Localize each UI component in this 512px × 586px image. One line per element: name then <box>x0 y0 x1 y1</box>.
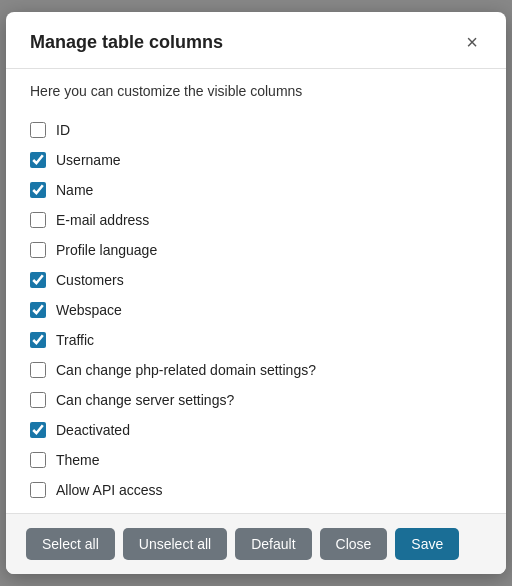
checkbox-col-profile-lang[interactable] <box>30 242 46 258</box>
checkbox-item-col-customers[interactable]: Customers <box>30 265 482 295</box>
checkbox-label-col-username: Username <box>56 152 121 168</box>
checkbox-label-col-deactivated: Deactivated <box>56 422 130 438</box>
default-button[interactable]: Default <box>235 528 311 560</box>
modal-description: Here you can customize the visible colum… <box>6 69 506 107</box>
checkbox-item-col-deactivated[interactable]: Deactivated <box>30 415 482 445</box>
close-button[interactable]: Close <box>320 528 388 560</box>
checkbox-label-col-id: ID <box>56 122 70 138</box>
select-all-button[interactable]: Select all <box>26 528 115 560</box>
save-button[interactable]: Save <box>395 528 459 560</box>
checkbox-item-col-username[interactable]: Username <box>30 145 482 175</box>
modal-overlay: Manage table columns × Here you can cust… <box>0 0 512 586</box>
checkbox-label-col-customers: Customers <box>56 272 124 288</box>
checkbox-label-col-email: E-mail address <box>56 212 149 228</box>
checkbox-item-col-webspace[interactable]: Webspace <box>30 295 482 325</box>
checkbox-col-id[interactable] <box>30 122 46 138</box>
close-icon-button[interactable]: × <box>462 30 482 54</box>
checkbox-item-col-php[interactable]: Can change php-related domain settings? <box>30 355 482 385</box>
checkbox-label-col-server: Can change server settings? <box>56 392 234 408</box>
checkbox-col-username[interactable] <box>30 152 46 168</box>
checkbox-col-server[interactable] <box>30 392 46 408</box>
columns-list: IDUsernameNameE-mail addressProfile lang… <box>6 107 506 513</box>
checkbox-label-col-php: Can change php-related domain settings? <box>56 362 316 378</box>
modal-title: Manage table columns <box>30 32 223 53</box>
checkbox-col-webspace[interactable] <box>30 302 46 318</box>
checkbox-item-col-api[interactable]: Allow API access <box>30 475 482 505</box>
checkbox-col-theme[interactable] <box>30 452 46 468</box>
checkbox-label-col-theme: Theme <box>56 452 100 468</box>
checkbox-item-col-profile-lang[interactable]: Profile language <box>30 235 482 265</box>
checkbox-col-php[interactable] <box>30 362 46 378</box>
checkbox-label-col-webspace: Webspace <box>56 302 122 318</box>
unselect-all-button[interactable]: Unselect all <box>123 528 227 560</box>
checkbox-label-col-name: Name <box>56 182 93 198</box>
checkbox-label-col-api: Allow API access <box>56 482 163 498</box>
checkbox-label-col-profile-lang: Profile language <box>56 242 157 258</box>
checkbox-item-col-server[interactable]: Can change server settings? <box>30 385 482 415</box>
modal-footer: Select all Unselect all Default Close Sa… <box>6 513 506 574</box>
checkbox-label-col-traffic: Traffic <box>56 332 94 348</box>
manage-columns-modal: Manage table columns × Here you can cust… <box>6 12 506 574</box>
checkbox-item-col-email[interactable]: E-mail address <box>30 205 482 235</box>
checkbox-col-customers[interactable] <box>30 272 46 288</box>
checkbox-item-col-name[interactable]: Name <box>30 175 482 205</box>
modal-header: Manage table columns × <box>6 12 506 69</box>
checkbox-col-deactivated[interactable] <box>30 422 46 438</box>
checkbox-item-col-id[interactable]: ID <box>30 115 482 145</box>
checkbox-col-traffic[interactable] <box>30 332 46 348</box>
checkbox-col-api[interactable] <box>30 482 46 498</box>
checkbox-item-col-theme[interactable]: Theme <box>30 445 482 475</box>
checkbox-col-name[interactable] <box>30 182 46 198</box>
checkbox-item-col-traffic[interactable]: Traffic <box>30 325 482 355</box>
checkbox-col-email[interactable] <box>30 212 46 228</box>
